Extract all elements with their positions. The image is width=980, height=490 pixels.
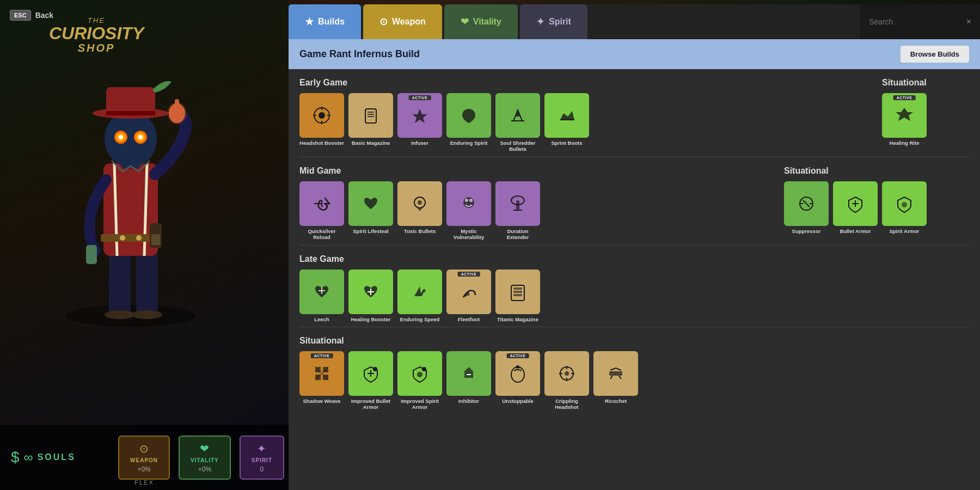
item-spirit-lifesteal-card[interactable] bbox=[348, 181, 393, 226]
item-toxic-bullets-card[interactable] bbox=[397, 181, 442, 226]
shop-logo-shop: SHOP bbox=[49, 42, 144, 54]
item-soul-shredder-bullets[interactable]: Soul Shredder Bullets bbox=[495, 93, 540, 152]
situational-section: Situational ACTIVE Shadow Weave Improved… bbox=[299, 336, 969, 411]
item-spirit-lifesteal[interactable]: Spirit Lifesteal bbox=[348, 181, 393, 241]
flex-label: FLEX bbox=[134, 479, 154, 486]
svg-point-4 bbox=[132, 310, 162, 319]
vitality-stat-value: +0% bbox=[198, 465, 211, 473]
item-bullet-armor[interactable]: Bullet Armor bbox=[833, 181, 878, 234]
item-basic-magazine-card[interactable] bbox=[348, 93, 393, 138]
item-crippling-headshot-card[interactable] bbox=[544, 351, 589, 396]
item-fleetfoot[interactable]: ACTIVE Fleetfoot bbox=[446, 270, 491, 322]
item-duration-extender[interactable]: Duration Extender bbox=[495, 181, 540, 241]
situational-items: ACTIVE Shadow Weave Improved Bullet Armo… bbox=[299, 351, 969, 411]
search-bar: × bbox=[860, 4, 980, 39]
tab-weapon[interactable]: ⊙ Weapon bbox=[363, 4, 442, 39]
item-inhibitor[interactable]: Inhibitor bbox=[446, 351, 491, 411]
item-basic-magazine[interactable]: Basic Magazine bbox=[348, 93, 393, 152]
item-leech[interactable]: Leech bbox=[299, 270, 344, 322]
item-inhibitor-card[interactable] bbox=[446, 351, 491, 396]
item-titanic-magazine-card[interactable] bbox=[495, 270, 540, 314]
item-headshot-booster-card[interactable] bbox=[299, 93, 344, 138]
item-infuser-card[interactable]: ACTIVE bbox=[397, 93, 442, 138]
spirit-tab-icon: ✦ bbox=[536, 16, 544, 28]
item-healing-rite[interactable]: ACTIVE Healing Rite bbox=[882, 93, 927, 146]
vitality-tab-icon: ❤ bbox=[461, 16, 469, 28]
vitality-tab-label: Vitality bbox=[473, 17, 501, 27]
item-fleetfoot-card[interactable]: ACTIVE bbox=[446, 270, 491, 314]
late-game-items: Leech Healing Booster Enduri bbox=[299, 270, 775, 322]
svg-rect-64 bbox=[513, 291, 522, 293]
item-fleetfoot-name: Fleetfoot bbox=[458, 316, 480, 322]
item-mystic-vulnerability-card[interactable] bbox=[446, 181, 491, 226]
character-svg bbox=[27, 54, 234, 327]
item-enduring-spirit-name: Enduring Spirit bbox=[450, 140, 488, 146]
search-input[interactable] bbox=[869, 17, 966, 26]
item-quicksilver-reload[interactable]: Quicksilver Reload bbox=[299, 181, 344, 241]
item-enduring-speed[interactable]: Enduring Speed bbox=[397, 270, 442, 322]
shop-logo-curiosity: CURIOSITY bbox=[49, 24, 144, 42]
item-enduring-spirit-card[interactable] bbox=[446, 93, 491, 138]
item-enduring-spirit[interactable]: Enduring Spirit bbox=[446, 93, 491, 152]
svg-point-75 bbox=[417, 372, 422, 377]
item-headshot-booster[interactable]: Headshot Booster bbox=[299, 93, 344, 152]
item-leech-name: Leech bbox=[314, 316, 329, 322]
item-mystic-vulnerability-name: Mystic Vulnerability bbox=[446, 228, 491, 241]
item-ricochet[interactable]: Ricochet bbox=[593, 351, 638, 411]
item-enduring-speed-card[interactable] bbox=[397, 270, 442, 314]
item-spirit-armor-card[interactable] bbox=[882, 181, 927, 226]
early-situational-items: ACTIVE Healing Rite bbox=[882, 93, 969, 146]
item-improved-spirit-armor[interactable]: Improved Spirit Armor bbox=[397, 351, 442, 411]
item-bullet-armor-name: Bullet Armor bbox=[840, 228, 871, 234]
item-spirit-armor[interactable]: Spirit Armor bbox=[882, 181, 927, 234]
item-improved-bullet-armor[interactable]: Improved Bullet Armor bbox=[348, 351, 393, 411]
search-close-icon[interactable]: × bbox=[966, 17, 971, 27]
item-crippling-headshot[interactable]: Crippling Headshot bbox=[544, 351, 589, 411]
item-leech-card[interactable] bbox=[299, 270, 344, 314]
item-improved-spirit-armor-card[interactable] bbox=[397, 351, 442, 396]
content-area: Early Game Headshot Booster Ba bbox=[289, 69, 980, 490]
mid-situational-items: Suppressor Bullet Armor Spir bbox=[784, 181, 969, 234]
item-improved-bullet-armor-card[interactable] bbox=[348, 351, 393, 396]
weapon-stat-icon: ⊙ bbox=[139, 442, 149, 455]
svg-point-3 bbox=[105, 310, 135, 319]
svg-rect-34 bbox=[365, 109, 376, 123]
svg-point-46 bbox=[469, 199, 473, 202]
item-unstoppable-active: ACTIVE bbox=[507, 353, 529, 358]
item-titanic-magazine[interactable]: Titanic Magazine bbox=[495, 270, 540, 322]
tab-vitality[interactable]: ❤ Vitality bbox=[444, 4, 518, 39]
item-fleetfoot-active: ACTIVE bbox=[458, 272, 480, 277]
tab-builds[interactable]: ★ Builds bbox=[289, 4, 361, 39]
svg-point-9 bbox=[120, 235, 125, 241]
item-enduring-speed-name: Enduring Speed bbox=[400, 316, 440, 322]
item-suppressor-card[interactable] bbox=[784, 181, 829, 226]
item-toxic-bullets[interactable]: Toxic Bullets bbox=[397, 181, 442, 241]
item-healing-booster-card[interactable] bbox=[348, 270, 393, 314]
vitality-stat-label: VITALITY bbox=[191, 457, 219, 463]
builds-tab-icon: ★ bbox=[305, 16, 314, 28]
item-healing-rite-card[interactable]: ACTIVE bbox=[882, 93, 927, 138]
mid-situational-section: Situational Suppressor Bullet bbox=[784, 166, 969, 241]
item-sprint-boots[interactable]: Sprint Boots bbox=[544, 93, 589, 152]
tab-spirit[interactable]: ✦ Spirit bbox=[520, 4, 587, 39]
item-shadow-weave[interactable]: ACTIVE Shadow Weave bbox=[299, 351, 344, 411]
item-ricochet-card[interactable] bbox=[593, 351, 638, 396]
item-bullet-armor-card[interactable] bbox=[833, 181, 878, 226]
svg-point-76 bbox=[422, 367, 426, 371]
item-suppressor[interactable]: Suppressor bbox=[784, 181, 829, 234]
bottom-stats-bar: $ ∞ SOULS ⊙ WEAPON +0% ❤ VITALITY +0% ✦ … bbox=[0, 425, 289, 490]
item-unstoppable[interactable]: ACTIVE Unstoppable bbox=[495, 351, 540, 411]
item-infuser[interactable]: ACTIVE Infuser bbox=[397, 93, 442, 152]
item-sprint-boots-card[interactable] bbox=[544, 93, 589, 138]
item-duration-extender-card[interactable] bbox=[495, 181, 540, 226]
item-soul-shredder-bullets-card[interactable] bbox=[495, 93, 540, 138]
item-mystic-vulnerability[interactable]: Mystic Vulnerability bbox=[446, 181, 491, 241]
item-unstoppable-name: Unstoppable bbox=[502, 398, 534, 404]
item-quicksilver-reload-card[interactable] bbox=[299, 181, 344, 226]
browse-builds-button[interactable]: Browse Builds bbox=[901, 46, 969, 63]
esc-button[interactable]: ESC bbox=[10, 10, 31, 21]
item-unstoppable-card[interactable]: ACTIVE bbox=[495, 351, 540, 396]
item-shadow-weave-card[interactable]: ACTIVE bbox=[299, 351, 344, 396]
item-healing-booster[interactable]: Healing Booster bbox=[348, 270, 393, 322]
spirit-stat-icon: ✦ bbox=[257, 442, 266, 455]
